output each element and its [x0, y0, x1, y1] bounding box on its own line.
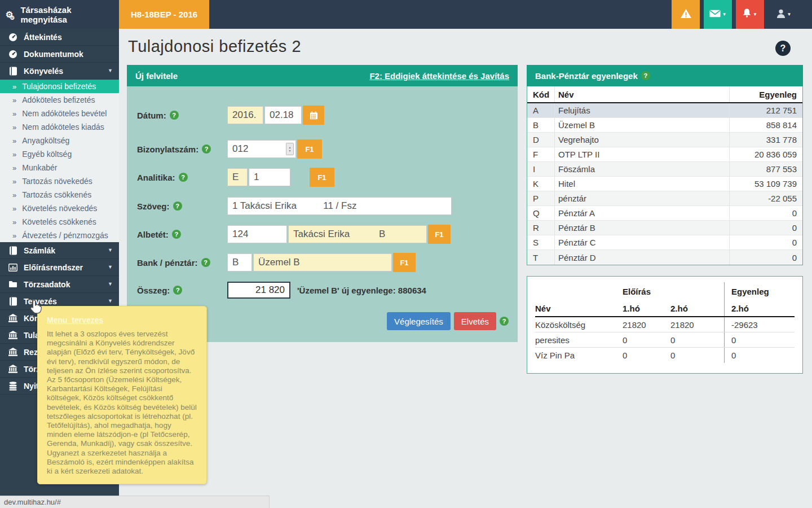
tooltip-body: Itt lehet a 3 oszlopos éves tervezést me… [47, 330, 197, 476]
sidebar-item-label: Áttekintés [24, 33, 62, 42]
submenu-item-atvezetes-penzmozgas[interactable]: »Átvezetés / pénzmozgás [0, 229, 119, 242]
page-title: Tulajdonosi befizetés 2 [128, 37, 301, 56]
warning-button[interactable] [672, 0, 700, 29]
calendar-button[interactable] [303, 106, 324, 125]
help-icon[interactable]: ? [500, 317, 509, 326]
chevron-down-icon: ▼ [108, 68, 113, 73]
chevron-down-icon: ▼ [108, 265, 113, 270]
help-icon[interactable]: ? [170, 111, 179, 120]
tooltip-title-link[interactable]: Menu_tervezes [47, 316, 197, 325]
text-label: Szöveg:? [137, 202, 227, 211]
sidebar-item-konyveles[interactable]: Könyvelés ▼ [0, 63, 119, 80]
brand-button[interactable]: ⚙⚙ Társasházak megnyitása [0, 0, 119, 29]
chevron-down-icon: ▼ [787, 12, 792, 17]
table-row[interactable]: SPénztár C0 [527, 235, 802, 250]
sidebar-item-label: Előírásrendszer [24, 263, 83, 272]
table-row[interactable]: RPénztár B0 [527, 221, 802, 235]
help-icon[interactable]: ? [173, 286, 182, 295]
topbar: ⚙⚙ Társasházak megnyitása H8-18BEP - 201… [0, 0, 812, 29]
sidebar-item-torzsadatok[interactable]: Törzsadatok ▼ [0, 276, 119, 293]
table-row[interactable]: IFöszámla877 553 [527, 162, 802, 177]
subunit-number-input[interactable] [227, 225, 287, 243]
help-icon[interactable]: ? [173, 202, 182, 211]
table-row[interactable]: DVegrehajto331 778 [527, 133, 802, 147]
help-icon[interactable]: ? [201, 258, 210, 267]
submenu-item-tartozas-csokkenes[interactable]: »Tartozás csökkenés [0, 188, 119, 202]
chevron-down-icon: ▼ [753, 12, 757, 17]
subunit-f1-button[interactable]: F1 [428, 225, 451, 244]
sidebar-item-attekintes[interactable]: Áttekintés [0, 29, 119, 46]
table-row[interactable]: Víz Pin Pa 0 0 0 [535, 348, 795, 363]
column-header-balance[interactable]: Egyenleg [729, 86, 802, 102]
form-panel-header: Új felvitele F2: Eddigiek áttekintése és… [127, 65, 518, 86]
discard-button[interactable]: Elvetés [454, 312, 496, 330]
column-header-name[interactable]: Név [554, 86, 729, 102]
submenu-item-koveteles-csokkenes[interactable]: »Követelés csökkenés [0, 215, 119, 229]
table-row[interactable]: FOTP LTP II20 836 059 [527, 147, 802, 162]
subunit-label: Albetét:? [137, 230, 227, 239]
sidebar-item-dokumentumok[interactable]: Dokumentumok [0, 46, 119, 63]
help-icon[interactable]: ? [202, 144, 211, 154]
database-icon [7, 382, 19, 391]
group-header-prescription: Előírás [623, 287, 724, 296]
active-building-tab[interactable]: H8-18BEP - 2016 [119, 0, 209, 29]
submenu-item-anyagkoltseg[interactable]: »Anyagköltség [0, 134, 119, 147]
submenu-item-tartozas-novekedes[interactable]: »Tartozás növekedés [0, 174, 119, 188]
user-menu-button[interactable]: ▼ [768, 0, 800, 29]
notifications-button[interactable]: ▼ [736, 0, 764, 29]
bank-code-input[interactable] [227, 253, 252, 271]
hand-cursor-icon [29, 299, 43, 317]
table-row[interactable]: AFelujítás212 751 [527, 103, 802, 118]
bank-name-input[interactable] [253, 253, 392, 271]
analytics-code-input[interactable] [227, 168, 248, 186]
submenu-item-koveteles-novekedes[interactable]: »Követelés növekedés [0, 202, 119, 215]
help-icon[interactable]: ? [172, 230, 181, 239]
submenu-item-egyeb-koltseg[interactable]: »Egyéb költség [0, 147, 119, 161]
date-year-input[interactable] [227, 106, 263, 124]
submenu-item-label: Munkabér [22, 163, 57, 172]
subunit-name-input[interactable] [288, 225, 427, 243]
finalize-button[interactable]: Véglegesítés [387, 312, 451, 330]
number-spinner[interactable]: ▲▼ [286, 143, 294, 155]
table-row[interactable]: peresites 0 0 0 [535, 332, 795, 348]
bank-row: Bank / pénztár:? F1 [137, 253, 509, 272]
chevron-down-icon: ▼ [108, 248, 113, 253]
submenu-item-nem-adokoteles-kiadas[interactable]: »Nem adóköteles kiadás [0, 120, 119, 134]
messages-button[interactable]: ▼ [704, 0, 732, 29]
gauge-icon [7, 33, 19, 42]
bank-label: Bank / pénztár:? [137, 258, 227, 268]
help-icon[interactable]: ? [179, 173, 188, 182]
bank-f1-button[interactable]: F1 [393, 253, 416, 272]
sidebar-item-eloirasrendszer[interactable]: Előírásrendszer ▼ [0, 259, 119, 276]
table-row[interactable]: QPénztár A0 [527, 206, 802, 221]
help-icon[interactable]: ? [641, 71, 650, 80]
analytics-row: Analitika:? F1 [137, 168, 509, 187]
f2-review-link[interactable]: F2: Eddigiek áttekintése és Javítás [369, 71, 509, 81]
sidebar-item-szamlak[interactable]: Számlák ▼ [0, 242, 119, 259]
submenu-item-adokoteles-befizetes[interactable]: »Adóköteles befizetés [0, 93, 119, 107]
page-help-button[interactable]: ? [775, 41, 791, 56]
folder-icon [7, 281, 19, 288]
column-header-code[interactable]: Kód [527, 90, 554, 99]
browser-status-bar: dev.multihaz.hu/# [0, 496, 270, 508]
submenu-item-tulajdonosi-befizetes[interactable]: »Tulajdonosi befizetés [0, 80, 119, 93]
subunit-row: Albetét:? F1 [137, 225, 509, 244]
analytics-f1-button[interactable]: F1 [310, 168, 334, 187]
double-arrow-icon: » [12, 96, 16, 104]
table-row[interactable]: BÜzemel B858 814 [527, 118, 802, 133]
amount-input[interactable] [227, 282, 290, 299]
submenu-item-nem-adokoteles-bevetel[interactable]: »Nem adóköteles bevétel [0, 107, 119, 120]
text-input[interactable] [227, 197, 452, 215]
prescription-summary-panel: Előírás Egyenleg Név 1.hó 2.hó 2.hó Közö… [527, 276, 803, 374]
gauge-icon [7, 50, 19, 59]
table-row[interactable]: Közösköltség 21820 21820 -29623 [535, 317, 795, 332]
table-row[interactable]: KHitel53 109 739 [527, 177, 802, 191]
submenu-item-label: Nem adóköteles kiadás [22, 122, 104, 132]
date-monthday-input[interactable] [264, 106, 302, 124]
receipt-f1-button[interactable]: F1 [297, 139, 322, 159]
table-row[interactable]: TPénztár D0 [527, 250, 802, 265]
submenu-item-munkaber[interactable]: »Munkabér [0, 161, 119, 174]
bank-balances-panel: Bank-Pénztár egyenlegek ? Kód Név Egyenl… [527, 65, 803, 265]
analytics-number-input[interactable] [249, 168, 290, 186]
table-row[interactable]: Ppénztár-22 055 [527, 191, 802, 206]
